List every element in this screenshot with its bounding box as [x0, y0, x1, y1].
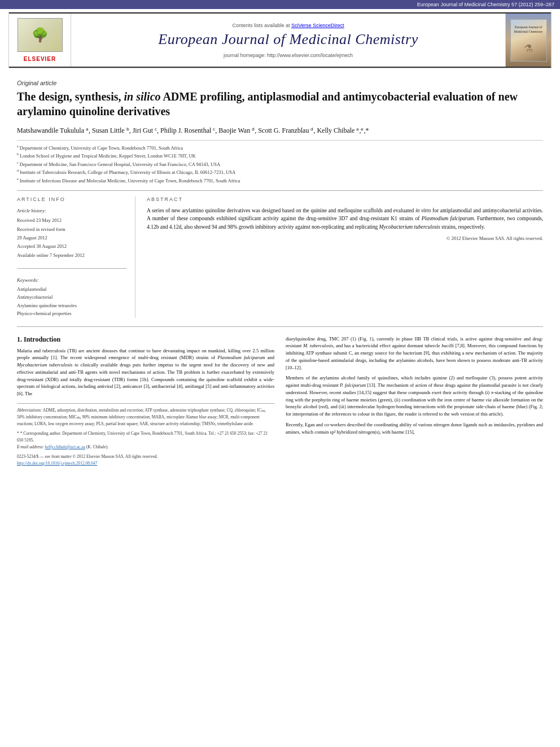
elsevier-label: ELSEVIER — [24, 56, 56, 62]
aff-e-text: Institute of Infectious Disease and Mole… — [20, 178, 240, 184]
revised-date: 29 August 2012 — [17, 235, 47, 241]
footnotes: Abbreviations: ADME, adsorption, distrib… — [17, 403, 274, 467]
affiliation-a: a Department of Chemistry, University of… — [17, 144, 543, 152]
article-history: Article history: Received 23 May 2012 Re… — [17, 207, 126, 260]
email-line: E-mail address: kelly.chibale@uct.ac.za … — [17, 444, 274, 451]
logo-image: 🌳 — [18, 18, 63, 52]
journal-thumbnail: European Journal of Medicinal Chemistry … — [506, 14, 551, 67]
tree-icon: 🌳 — [32, 28, 49, 42]
authors: Matshawandile Tukulula ᵃ, Susan Little ᵇ… — [17, 125, 543, 136]
info-divider — [17, 268, 126, 269]
intro-para-1: Malaria and tuberculosis (TB) are ancien… — [17, 347, 274, 397]
keywords-section: Keywords: Antiplasmodial Antimycobacteri… — [17, 277, 126, 318]
journal-homepage: journal homepage: http://www.elsevier.co… — [224, 53, 353, 58]
body-left-col: 1. Introduction Malaria and tuberculosis… — [17, 335, 274, 467]
history-label: Article history: — [17, 207, 126, 215]
affiliation-e: e Institute of Infectious Disease and Mo… — [17, 177, 543, 185]
aff-d-text: Institute of Tuberculosis Research, Coll… — [20, 169, 235, 175]
right-para-3: Recently, Egan and co-workers described … — [286, 421, 543, 436]
accepted-date: Accepted 30 August 2012 — [17, 243, 67, 249]
sciverse-line: Contents lists available at SciVerse Sci… — [232, 23, 344, 28]
article-title: The design, synthesis, in silico ADME pr… — [17, 89, 543, 119]
available-date: Available online 7 September 2012 — [17, 252, 85, 258]
keyword-4: Physico-chemical properties — [17, 309, 126, 317]
intro-heading: 1. Introduction — [17, 335, 274, 344]
corresponding-line: * * Corresponding author. Department of … — [17, 430, 274, 444]
right-para-1: diarylquinoline drug, TMC 207 (1) (Fig. … — [286, 335, 543, 372]
abbrev-text: ADME, adsorption, distribution, metaboli… — [17, 408, 266, 426]
journal-header-box: 🌳 ELSEVIER Contents lists available at S… — [8, 12, 552, 68]
article-type: Original article — [17, 80, 543, 86]
info-abstract-section: ARTICLE INFO Article history: Received 2… — [17, 190, 543, 318]
body-right-col: diarylquinoline drug, TMC 207 (1) (Fig. … — [286, 335, 543, 467]
keywords-list: Antiplasmodial Antimycobacterial Arylami… — [17, 285, 126, 318]
journal-header: 🌳 ELSEVIER Contents lists available at S… — [9, 12, 551, 68]
doi-text: http://dx.doi.org/10.1016/j.ejmech.2012.… — [17, 461, 97, 466]
thumb-image: European Journal of Medicinal Chemistry … — [510, 19, 547, 62]
abstract-col: ABSTRACT A series of new arylamino quino… — [147, 196, 543, 318]
article-info-heading: ARTICLE INFO — [17, 196, 126, 202]
abstract-heading: ABSTRACT — [147, 196, 543, 202]
revised-label: Received in revised form — [17, 226, 65, 232]
sciverse-link-text: SciVerse ScienceDirect — [291, 23, 344, 28]
received-date: Received 23 May 2012 — [17, 217, 62, 223]
affiliations: a Department of Chemistry, University of… — [17, 140, 543, 185]
sciverse-prefix: Contents lists available at — [232, 23, 290, 28]
article-info-col: ARTICLE INFO Article history: Received 2… — [17, 196, 135, 318]
title-prefix: The design, synthesis, — [17, 90, 124, 103]
thumb-icon: ⚗ — [524, 42, 533, 55]
homepage-label: journal homepage: http://www.elsevier.co… — [224, 53, 353, 58]
elsevier-logo: 🌳 ELSEVIER — [9, 14, 71, 67]
journal-center: Contents lists available at SciVerse Sci… — [71, 14, 506, 67]
affiliation-c: c Department of Medicine, San Francisco … — [17, 160, 543, 168]
abbrev-label: Abbreviations: — [17, 408, 42, 413]
doi-link[interactable]: http://dx.doi.org/10.1016/j.ejmech.2012.… — [17, 461, 97, 466]
journal-title: European Journal of Medicinal Chemistry — [158, 31, 418, 48]
sciverse-link[interactable]: SciVerse ScienceDirect — [291, 23, 344, 28]
email-link[interactable]: kelly.chibale@uct.ac.za — [45, 444, 85, 449]
keywords-label: Keywords: — [17, 277, 126, 283]
keyword-2: Antimycobacterial — [17, 293, 126, 301]
thumb-text: European Journal of Medicinal Chemistry — [513, 25, 545, 34]
email-label: E-mail address: — [17, 444, 44, 449]
body-section: 1. Introduction Malaria and tuberculosis… — [17, 335, 543, 467]
affiliation-b: b London School of Hygiene and Tropical … — [17, 152, 543, 160]
keyword-3: Arylamino quinoline tetrazoles — [17, 302, 126, 309]
aff-a-text: Department of Chemistry, University of C… — [20, 145, 183, 151]
right-para-2: Members of the arylamino alcohol family … — [286, 374, 543, 418]
email-name: (K. Chibale). — [86, 444, 108, 449]
doi-line: http://dx.doi.org/10.1016/j.ejmech.2012.… — [17, 460, 274, 467]
abbreviations-line: Abbreviations: ADME, adsorption, distrib… — [17, 407, 274, 427]
corresponding-label-text: * Corresponding author. — [20, 431, 62, 436]
page: European Journal of Medicinal Chemistry … — [0, 0, 560, 747]
abstract-text: A series of new arylamino quinoline deri… — [147, 207, 543, 231]
authors-text: Matshawandile Tukulula ᵃ, Susan Little ᵇ… — [17, 126, 369, 134]
aff-b-text: London School of Hygiene and Tropical Me… — [20, 153, 196, 159]
copyright: © 2012 Elsevier Masson SAS. All rights r… — [147, 235, 543, 241]
journal-banner: European Journal of Medicinal Chemistry … — [0, 0, 560, 9]
section-divider — [17, 326, 543, 327]
issn-line: 0223-5234/$ — see front matter © 2012 El… — [17, 453, 274, 460]
aff-c-text: Department of Medicine, San Francisco Ge… — [20, 161, 220, 167]
main-content: Original article The design, synthesis, … — [0, 71, 560, 475]
journal-citation: European Journal of Medicinal Chemistry … — [417, 2, 554, 7]
issn-text: 0223-5234/$ — see front matter © 2012 El… — [17, 454, 158, 459]
keyword-1: Antiplasmodial — [17, 285, 126, 293]
affiliation-d: d Institute of Tuberculosis Research, Co… — [17, 168, 543, 176]
email-address: kelly.chibale@uct.ac.za — [45, 444, 85, 449]
abstract-para: A series of new arylamino quinoline deri… — [147, 208, 543, 230]
title-italic: in silico — [124, 90, 161, 103]
